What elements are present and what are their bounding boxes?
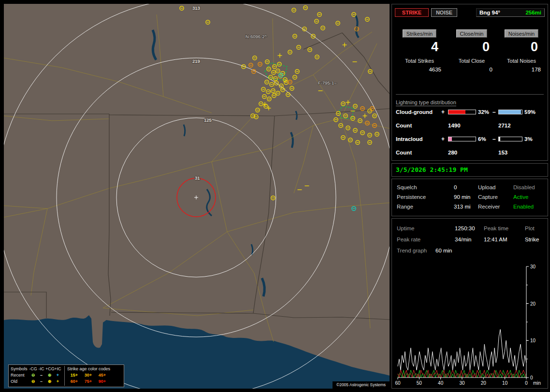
legend-row-label: Old (11, 378, 29, 385)
control-panel: STRIKE NOISE Bng 94° 256mi Strikes/min 4… (391, 4, 548, 389)
plus-sign: + (441, 136, 448, 142)
minus-sign: – (492, 109, 498, 115)
ic-minus-symbol: – (37, 378, 45, 385)
strike-button[interactable]: STRIKE (395, 8, 429, 17)
distribution-title-text: Lightning type distribution (396, 99, 456, 106)
persistence-label: Persistence (397, 194, 454, 200)
noises-per-min-value: 0 (531, 40, 546, 54)
squelch-label: Squelch (397, 184, 454, 190)
range-label: Range (397, 204, 454, 210)
ic-plus-bar (448, 137, 476, 141)
legend-col-header: +CG (45, 366, 54, 372)
settings-row: Squelch 0 Upload Disabled (397, 182, 548, 192)
legend-age-row-old: 60+ 75+ 90+ (67, 378, 122, 385)
ic-plus-pct: 6% (476, 136, 492, 142)
map-legend: Symbols -CG -IC +CG +IC Recent ⊖ – ⊕ + O… (8, 364, 124, 387)
settings-row: Range 313 mi Receiver Enabled (397, 202, 548, 211)
section-divider (396, 94, 544, 95)
plot-value: Strike (525, 237, 548, 242)
close-per-min-button[interactable]: Close/min (456, 29, 488, 38)
legend-age-section: Strike age color codes 15+ 30+ 45+ 60+ 7… (64, 366, 122, 386)
rate-stats: Strikes/min 4 Total Strikes 4635 Close/m… (393, 29, 546, 72)
cg-minus-symbol: ⊖ (29, 378, 37, 385)
range-ring-label: 219 (192, 58, 200, 64)
age-code: 90+ (95, 378, 109, 385)
axis-tick-label: 0 (525, 380, 528, 386)
peak-time-label: Peak time (484, 225, 525, 231)
total-close-label: Total Close (459, 58, 485, 64)
settings-section: Squelch 0 Upload Disabled Persistence 90… (391, 179, 548, 216)
status-row: Uptime 1250:30 Peak time Plot (392, 223, 548, 234)
axis-tick-label: 30 (530, 264, 536, 269)
intracloud-count-row: Count 280 153 (396, 149, 507, 156)
cg-plus-pct: 32% (476, 109, 492, 115)
noise-button[interactable]: NOISE (431, 8, 457, 17)
peak-rate-value: 34/min (455, 237, 484, 242)
uptime-value: 1250:30 (455, 225, 484, 231)
ic-minus-count: 153 (498, 150, 507, 155)
plot-label: Plot (525, 225, 548, 231)
date-time-display: 3/5/2026 2:45:19 PM (392, 164, 548, 176)
range-ring-label: 125 (204, 117, 212, 123)
trend-graph-label: Trend graph (397, 248, 435, 253)
cloud-ground-label: Cloud-ground (396, 109, 441, 115)
distribution-title: Lightning type distribution (396, 98, 456, 106)
cg-plus-symbol: ⊕ (45, 378, 54, 385)
range-value: 313 mi (454, 204, 478, 210)
legend-header-row: Symbols -CG -IC +CG +IC (11, 366, 62, 372)
legend-old-row: Old ⊖ – ⊕ + (11, 378, 62, 385)
close-column: Close/min 0 Total Close 0 (446, 29, 497, 72)
trend-graph-row: Trend graph 60 min (392, 245, 548, 256)
trend-series-close-min (398, 370, 526, 378)
receiver-status: Enabled (513, 204, 548, 210)
cg-minus-bar-fill (499, 110, 521, 114)
status-trend-section: Uptime 1250:30 Peak time Plot Peak rate … (391, 218, 548, 389)
upload-status: Disabled (513, 184, 548, 190)
axis-tick-label: 10 (530, 338, 536, 343)
age-code: 60+ (67, 378, 81, 385)
range-ring-label: 31 (195, 175, 200, 181)
cloud-ground-count-row: Count 1490 2712 (396, 122, 511, 129)
trend-series-strikes-min (398, 329, 526, 370)
ic-minus-bar (498, 137, 522, 141)
count-label: Count (396, 123, 441, 128)
ic-plus-count: 280 (448, 150, 492, 155)
cg-plus-bar-fill (449, 110, 465, 114)
settings-row: Persistence 90 min Capture Active (397, 192, 548, 202)
persistence-value: 90 min (454, 194, 478, 200)
axis-tick-label: 20 (481, 380, 487, 386)
age-code: 45+ (95, 372, 109, 378)
total-close-value: 0 (490, 67, 497, 72)
peak-time-value: 12:41 AM (484, 237, 525, 242)
capture-label: Capture (478, 194, 513, 200)
app-window: 31321912531N-6096-2^F-795-1– Symbols -CG… (0, 0, 550, 392)
ic-plus-symbol: + (54, 372, 62, 378)
total-strikes-label: Total Strikes (405, 58, 434, 64)
noises-per-min-button[interactable]: Noises/min (505, 29, 538, 38)
strikes-per-min-value: 4 (431, 40, 446, 54)
legend-recent-row: Recent ⊖ – ⊕ + (11, 372, 62, 378)
total-noises-label: Total Noises (507, 58, 536, 64)
ic-minus-pct: 3% (522, 136, 540, 142)
legend-row-label: Recent (11, 372, 29, 378)
trend-graph: 30201006050403020100min (397, 265, 542, 386)
strikes-per-min-button[interactable]: Strikes/min (403, 29, 436, 38)
age-code: 15+ (67, 372, 81, 378)
axis-tick-label: 10 (502, 380, 508, 386)
cg-plus-bar (448, 110, 476, 114)
toolbar: STRIKE NOISE Bng 94° 256mi (395, 8, 545, 17)
clock-section: 3/5/2026 2:45:19 PM (391, 163, 548, 177)
legend-col-header: -CG (29, 366, 37, 372)
axis-tick-label: min (533, 380, 541, 386)
ic-minus-symbol: – (37, 372, 45, 378)
range-ring-label: 313 (192, 5, 200, 11)
ic-plus-bar-fill (449, 137, 452, 141)
upload-label: Upload (478, 184, 513, 190)
lightning-map[interactable]: 31321912531N-6096-2^F-795-1– Symbols -CG… (4, 4, 390, 389)
trend-graph-period: 60 min (435, 248, 452, 253)
bearing-value: Bng 94° (479, 10, 500, 15)
ic-plus-symbol: + (54, 378, 62, 385)
receiver-label: Receiver (478, 204, 513, 210)
map-canvas[interactable]: 31321912531N-6096-2^F-795-1– (4, 4, 390, 389)
cg-minus-pct: 59% (522, 109, 540, 115)
